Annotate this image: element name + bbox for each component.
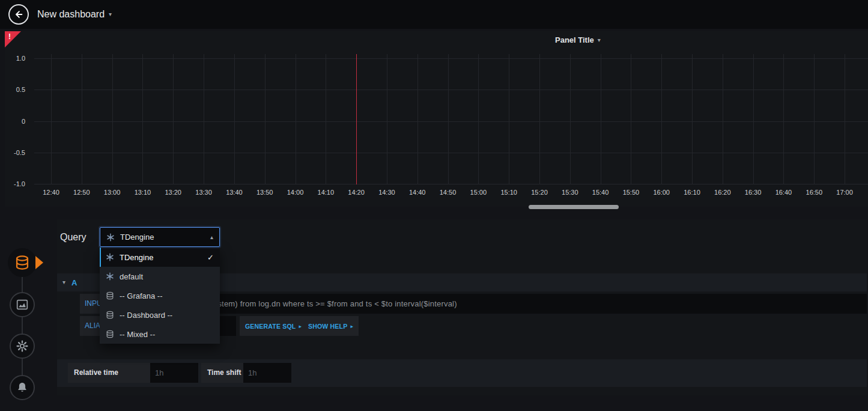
- x-tick-label: 17:00: [827, 189, 863, 196]
- gridline-vertical: [51, 54, 52, 184]
- annotation-line: [356, 54, 357, 184]
- option-label: TDengine: [120, 253, 153, 262]
- chevron-down-icon: ▾: [598, 37, 601, 43]
- bell-icon: [16, 382, 28, 394]
- tab-alert[interactable]: [10, 375, 35, 400]
- show-help-label: SHOW HELP: [308, 323, 347, 330]
- datasource-option-default[interactable]: default: [100, 267, 220, 286]
- time-series-chart[interactable]: 12:4012:5013:0013:1013:2013:3013:4013:50…: [5, 31, 868, 207]
- editor-tabs-connector: [22, 263, 23, 388]
- gridline-horizontal: [34, 121, 868, 122]
- back-button[interactable]: [8, 4, 29, 25]
- y-tick-label: 1.0: [6, 53, 25, 63]
- dashboard-panel: 12:4012:5013:0013:1013:2013:3013:4013:50…: [5, 31, 868, 207]
- tab-visualization[interactable]: [10, 292, 35, 317]
- grafana-dashboard-edit: New dashboard ▾ 12:4012:5013:0013:1013:2…: [0, 0, 868, 411]
- dashboard-title: New dashboard: [37, 9, 105, 20]
- database-icon: [106, 291, 114, 300]
- gridline-vertical: [234, 54, 235, 184]
- gridline-vertical: [539, 54, 540, 184]
- gridline-vertical: [173, 54, 174, 184]
- time-shift-label: Time shift: [201, 363, 243, 383]
- dashboard-title-dropdown[interactable]: New dashboard ▾: [37, 9, 112, 20]
- option-label: default: [120, 272, 143, 281]
- tab-general[interactable]: [10, 333, 35, 359]
- tab-queries[interactable]: [8, 248, 37, 277]
- active-tab-arrow: [35, 256, 43, 269]
- gridline-horizontal: [34, 90, 868, 90]
- gridline-vertical: [661, 54, 662, 184]
- horizontal-scrollbar-thumb[interactable]: [529, 205, 619, 209]
- check-icon: ✓: [207, 253, 214, 262]
- datasource-dropdown-menu: TDengine✓default-- Grafana ---- Dashboar…: [100, 248, 220, 344]
- gridline-vertical: [692, 54, 693, 184]
- gridline-horizontal: [34, 184, 868, 184]
- gridline-vertical: [478, 54, 479, 184]
- gridline-vertical: [814, 54, 815, 184]
- gridline-vertical: [417, 54, 418, 184]
- chart-icon: [16, 299, 28, 311]
- panel-title: Panel Title: [555, 35, 594, 44]
- database-icon: [14, 255, 30, 270]
- datasource-option-mixed[interactable]: -- Mixed --: [100, 324, 220, 344]
- collapse-caret-icon: ▾: [62, 279, 65, 285]
- gridline-vertical: [265, 54, 266, 184]
- gridline-vertical: [631, 54, 631, 184]
- y-tick-label: 0.5: [6, 85, 25, 94]
- gridline-horizontal: [34, 58, 868, 59]
- datasource-picker[interactable]: TDengine ▴: [100, 227, 220, 247]
- gridline-vertical: [82, 54, 82, 184]
- input-sql-field[interactable]: select avg(mem_system) from log.dn where…: [142, 294, 867, 314]
- arrow-left-icon: [13, 9, 24, 20]
- gridline-vertical: [723, 54, 723, 184]
- relative-time-label: Relative time: [68, 363, 150, 383]
- gridline-vertical: [570, 54, 571, 184]
- relative-time-input[interactable]: [150, 363, 198, 383]
- y-tick-label: 0: [6, 117, 25, 126]
- gridline-vertical: [326, 54, 326, 184]
- y-tick-label: -1.0: [6, 179, 25, 189]
- chevron-right-icon: ▸: [299, 323, 302, 329]
- gridline-vertical: [142, 54, 143, 184]
- generate-sql-label: GENERATE SQL: [245, 323, 296, 330]
- error-exclamation-icon: !: [8, 32, 11, 41]
- generate-sql-button[interactable]: GENERATE SQL ▸: [240, 316, 307, 336]
- option-label: -- Dashboard --: [120, 311, 172, 320]
- chevron-down-icon: ▾: [109, 11, 112, 17]
- datasource-icon: [106, 253, 114, 261]
- show-help-button[interactable]: SHOW HELP ▸: [303, 316, 359, 336]
- database-icon: [106, 330, 114, 338]
- gridline-vertical: [601, 54, 601, 184]
- datasource-option-tdengine[interactable]: TDengine✓: [100, 248, 220, 267]
- datasource-option-grafana[interactable]: -- Grafana --: [100, 286, 220, 305]
- query-ref-id: A: [71, 278, 77, 287]
- gridline-vertical: [296, 54, 296, 184]
- datasource-icon: [106, 272, 114, 281]
- panel-error-corner[interactable]: [5, 31, 21, 47]
- database-icon: [106, 311, 114, 319]
- gridline-vertical: [509, 54, 509, 184]
- gridline-vertical: [204, 54, 204, 184]
- gridline-vertical: [112, 54, 113, 184]
- gear-icon: [16, 340, 28, 352]
- option-label: -- Mixed --: [120, 330, 155, 339]
- chevron-up-icon: ▴: [210, 234, 213, 240]
- option-label: -- Grafana --: [120, 291, 163, 300]
- gridline-vertical: [448, 54, 449, 184]
- gridline-vertical: [783, 54, 784, 184]
- gridline-vertical: [387, 54, 387, 184]
- gridline-vertical: [845, 54, 845, 184]
- datasource-selected-label: TDengine: [120, 233, 154, 242]
- datasource-option-dashboard[interactable]: -- Dashboard --: [100, 305, 220, 324]
- gridline-horizontal: [34, 153, 868, 153]
- navbar: New dashboard ▾: [0, 0, 868, 29]
- query-section-label: Query: [60, 227, 86, 247]
- datasource-icon: [106, 233, 115, 242]
- gridline-vertical: [753, 54, 754, 184]
- y-tick-label: -0.5: [6, 148, 25, 157]
- time-shift-input[interactable]: [243, 363, 291, 383]
- chevron-right-icon: ▸: [350, 323, 353, 329]
- panel-title-menu[interactable]: Panel Title ▾: [555, 35, 601, 44]
